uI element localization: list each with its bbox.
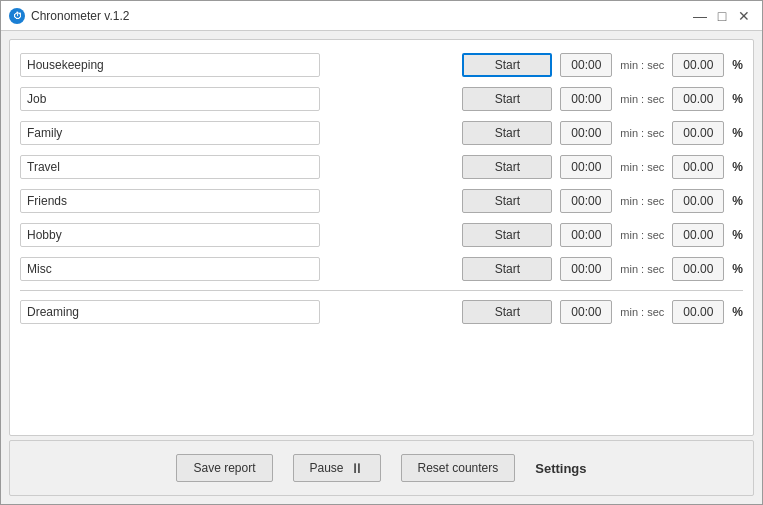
time-display-dreaming: 00:00: [560, 300, 612, 324]
app-icon: ⏱: [9, 8, 25, 24]
start-button-friends[interactable]: Start: [462, 189, 552, 213]
pause-button[interactable]: Pause ⏸: [293, 454, 381, 482]
timer-row-misc: Start 00:00 min : sec 00.00 %: [20, 252, 743, 286]
percent-display-misc: 00.00: [672, 257, 724, 281]
timer-label-hobby[interactable]: [20, 223, 320, 247]
start-button-job[interactable]: Start: [462, 87, 552, 111]
save-report-label: Save report: [193, 461, 255, 475]
min-sec-label-misc: min : sec: [620, 263, 664, 275]
min-sec-label-travel: min : sec: [620, 161, 664, 173]
pause-label: Pause: [310, 461, 344, 475]
percent-symbol-friends: %: [732, 194, 743, 208]
timer-label-travel[interactable]: [20, 155, 320, 179]
timers-panel: Start 00:00 min : sec 00.00 % Start 00:0…: [9, 39, 754, 436]
percent-display-friends: 00.00: [672, 189, 724, 213]
reset-counters-label: Reset counters: [418, 461, 499, 475]
timer-row-job: Start 00:00 min : sec 00.00 %: [20, 82, 743, 116]
time-display-travel: 00:00: [560, 155, 612, 179]
timer-label-dreaming[interactable]: [20, 300, 320, 324]
start-button-misc[interactable]: Start: [462, 257, 552, 281]
percent-symbol-housekeeping: %: [732, 58, 743, 72]
percent-display-housekeeping: 00.00: [672, 53, 724, 77]
percent-display-travel: 00.00: [672, 155, 724, 179]
title-bar: ⏱ Chronometer v.1.2 — □ ✕: [1, 1, 762, 31]
start-button-housekeeping[interactable]: Start: [462, 53, 552, 77]
min-sec-label-family: min : sec: [620, 127, 664, 139]
percent-symbol-misc: %: [732, 262, 743, 276]
min-sec-label-job: min : sec: [620, 93, 664, 105]
window-controls: — □ ✕: [690, 6, 754, 26]
start-button-family[interactable]: Start: [462, 121, 552, 145]
percent-symbol-hobby: %: [732, 228, 743, 242]
timer-label-misc[interactable]: [20, 257, 320, 281]
percent-display-family: 00.00: [672, 121, 724, 145]
start-button-travel[interactable]: Start: [462, 155, 552, 179]
reset-counters-button[interactable]: Reset counters: [401, 454, 516, 482]
percent-symbol-dreaming: %: [732, 305, 743, 319]
timer-label-friends[interactable]: [20, 189, 320, 213]
timer-row-travel: Start 00:00 min : sec 00.00 %: [20, 150, 743, 184]
timer-label-family[interactable]: [20, 121, 320, 145]
time-display-job: 00:00: [560, 87, 612, 111]
app-window: ⏱ Chronometer v.1.2 — □ ✕ Start 00:00 mi…: [0, 0, 763, 505]
pause-icon: ⏸: [350, 460, 364, 476]
time-display-family: 00:00: [560, 121, 612, 145]
separator-line: [20, 290, 743, 291]
maximize-button[interactable]: □: [712, 6, 732, 26]
main-content: Start 00:00 min : sec 00.00 % Start 00:0…: [1, 31, 762, 504]
time-display-housekeeping: 00:00: [560, 53, 612, 77]
percent-symbol-travel: %: [732, 160, 743, 174]
time-display-hobby: 00:00: [560, 223, 612, 247]
timer-row-hobby: Start 00:00 min : sec 00.00 %: [20, 218, 743, 252]
percent-display-job: 00.00: [672, 87, 724, 111]
min-sec-label-friends: min : sec: [620, 195, 664, 207]
timer-row-dreaming: Start 00:00 min : sec 00.00 %: [20, 295, 743, 329]
bottom-panel: Save report Pause ⏸ Reset counters Setti…: [9, 440, 754, 496]
percent-display-dreaming: 00.00: [672, 300, 724, 324]
start-button-dreaming[interactable]: Start: [462, 300, 552, 324]
app-title: Chronometer v.1.2: [31, 9, 690, 23]
timer-label-housekeeping[interactable]: [20, 53, 320, 77]
close-button[interactable]: ✕: [734, 6, 754, 26]
min-sec-label-dreaming: min : sec: [620, 306, 664, 318]
timer-row-friends: Start 00:00 min : sec 00.00 %: [20, 184, 743, 218]
percent-symbol-family: %: [732, 126, 743, 140]
percent-symbol-job: %: [732, 92, 743, 106]
settings-label[interactable]: Settings: [535, 461, 586, 476]
save-report-button[interactable]: Save report: [176, 454, 272, 482]
min-sec-label-housekeeping: min : sec: [620, 59, 664, 71]
start-button-hobby[interactable]: Start: [462, 223, 552, 247]
time-display-misc: 00:00: [560, 257, 612, 281]
timer-row-family: Start 00:00 min : sec 00.00 %: [20, 116, 743, 150]
min-sec-label-hobby: min : sec: [620, 229, 664, 241]
timer-row-housekeeping: Start 00:00 min : sec 00.00 %: [20, 48, 743, 82]
time-display-friends: 00:00: [560, 189, 612, 213]
minimize-button[interactable]: —: [690, 6, 710, 26]
timer-label-job[interactable]: [20, 87, 320, 111]
percent-display-hobby: 00.00: [672, 223, 724, 247]
